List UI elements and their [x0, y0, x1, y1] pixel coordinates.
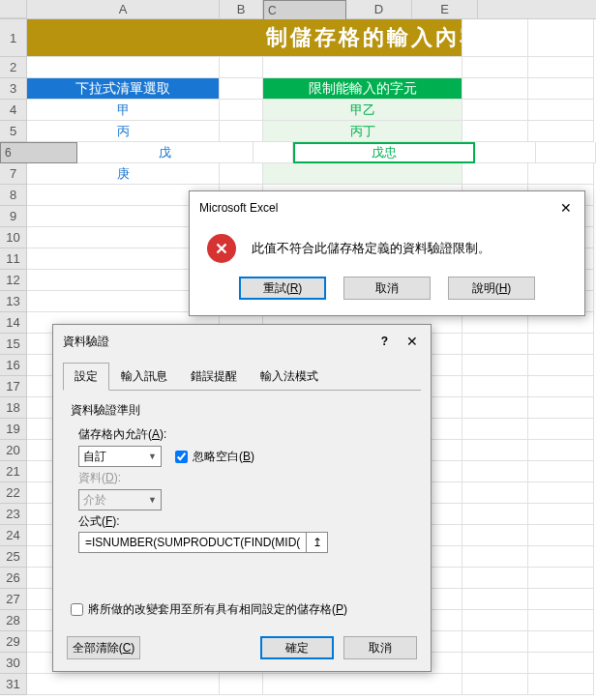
error-message-dialog: Microsoft Excel ✕ 此值不符合此儲存格定義的資料驗證限制。 重試…	[189, 190, 585, 316]
tab-ime-mode[interactable]: 輸入法模式	[249, 363, 330, 391]
row-header-30[interactable]: 30	[0, 653, 27, 674]
apply-all-checkbox[interactable]: 將所做的改變套用至所有具有相同設定的儲存格(P)	[71, 601, 413, 618]
row-header-28[interactable]: 28	[0, 610, 27, 631]
row-header-4[interactable]: 4	[0, 100, 27, 121]
column-headers: A B C D E	[0, 0, 596, 19]
tab-settings[interactable]: 設定	[63, 363, 109, 391]
retry-button[interactable]: 重試(R)	[239, 277, 326, 300]
row-header-22[interactable]: 22	[0, 482, 27, 504]
data-label: 資料(D):	[78, 470, 413, 486]
cancel-button[interactable]: 取消	[343, 277, 431, 300]
dlg-title-text: 資料驗證	[63, 334, 109, 350]
row-header-1[interactable]: 1	[0, 19, 27, 57]
row-header-10[interactable]: 10	[0, 227, 27, 248]
formula-input-wrap: ↥	[78, 532, 328, 553]
row-header-18[interactable]: 18	[0, 397, 27, 419]
row-header-11[interactable]: 11	[0, 248, 27, 270]
msg-text: 此值不符合此儲存格定義的資料驗證限制。	[252, 240, 491, 257]
tab-error-alert[interactable]: 錯誤提醒	[179, 363, 249, 391]
select-all-corner[interactable]	[0, 0, 27, 18]
tab-input-message[interactable]: 輸入訊息	[109, 363, 179, 391]
help-icon[interactable]: ?	[381, 335, 388, 348]
dlg-tabs: 設定 輸入訊息 錯誤提醒 輸入法模式	[63, 362, 421, 391]
header-restrict[interactable]: 限制能輸入的字元	[263, 78, 462, 100]
col-header-e[interactable]: E	[412, 0, 478, 18]
row-header-24[interactable]: 24	[0, 525, 27, 546]
row-header-15[interactable]: 15	[0, 334, 27, 355]
row-header-3[interactable]: 3	[0, 78, 27, 100]
row-header-17[interactable]: 17	[0, 376, 27, 397]
row-header-5[interactable]: 5	[0, 121, 27, 142]
col-header-d[interactable]: D	[346, 0, 412, 18]
dlg-cancel-button[interactable]: 取消	[343, 636, 417, 659]
chevron-down-icon: ▼	[148, 495, 157, 505]
error-icon	[207, 234, 236, 263]
row-header-25[interactable]: 25	[0, 546, 27, 568]
row-header-14[interactable]: 14	[0, 312, 27, 334]
criteria-label: 資料驗證準則	[71, 402, 413, 419]
row-header-7[interactable]: 7	[0, 163, 27, 185]
data-validation-dialog: 資料驗證 ? ✕ 設定 輸入訊息 錯誤提醒 輸入法模式 資料驗證準則 儲存格內允…	[52, 324, 432, 672]
help-button[interactable]: 說明(H)	[448, 277, 535, 300]
close-icon[interactable]: ✕	[557, 199, 575, 217]
row-header-12[interactable]: 12	[0, 270, 27, 291]
formula-input[interactable]	[79, 533, 306, 552]
row-header-13[interactable]: 13	[0, 291, 27, 312]
col-header-c[interactable]: C	[263, 0, 346, 21]
row-header-27[interactable]: 27	[0, 589, 27, 610]
allow-select[interactable]: 自訂▼	[78, 446, 162, 467]
msg-title-text: Microsoft Excel	[199, 201, 278, 215]
col-header-b[interactable]: B	[220, 0, 263, 18]
row-header-16[interactable]: 16	[0, 355, 27, 376]
range-picker-button[interactable]: ↥	[306, 533, 327, 552]
row-header-8[interactable]: 8	[0, 185, 27, 206]
col-header-a[interactable]: A	[27, 0, 220, 18]
row-header-2[interactable]: 2	[0, 57, 27, 78]
data-select: 介於▼	[78, 489, 162, 510]
row-header-19[interactable]: 19	[0, 419, 27, 440]
row-header-21[interactable]: 21	[0, 461, 27, 482]
allow-label: 儲存格內允許(A):	[78, 426, 413, 443]
formula-label: 公式(F):	[78, 513, 413, 530]
row-header-31[interactable]: 31	[0, 674, 27, 695]
clear-all-button[interactable]: 全部清除(C)	[67, 636, 140, 659]
row-header-26[interactable]: 26	[0, 568, 27, 589]
ok-button[interactable]: 確定	[260, 636, 334, 659]
dlg-close-icon[interactable]: ✕	[403, 333, 421, 350]
banner-cell[interactable]	[27, 19, 220, 57]
row-header-6[interactable]: 6	[0, 142, 77, 163]
row-header-9[interactable]: 9	[0, 206, 27, 227]
row-header-29[interactable]: 29	[0, 631, 27, 653]
header-dropdown[interactable]: 下拉式清單選取	[27, 78, 220, 100]
active-cell[interactable]: 戊忠	[293, 142, 476, 163]
ignore-blank-checkbox[interactable]: 忽略空白(B)	[175, 449, 254, 465]
row-header-23[interactable]: 23	[0, 504, 27, 525]
row-header-20[interactable]: 20	[0, 440, 27, 461]
chevron-down-icon: ▼	[148, 452, 157, 461]
